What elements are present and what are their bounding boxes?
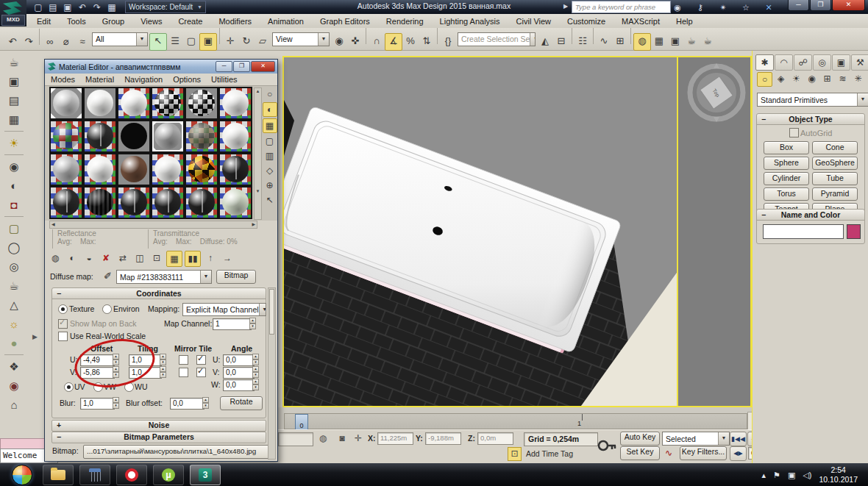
slots-vertical-scrollbar[interactable]: ▲▼ <box>254 87 262 220</box>
vw-radio[interactable] <box>93 382 103 392</box>
menu-views[interactable]: Views <box>140 17 162 26</box>
camera-icon[interactable]: ◉ <box>4 157 24 176</box>
material-sample-slot[interactable] <box>151 87 185 120</box>
redo-icon[interactable]: ↷ <box>21 34 37 50</box>
rotate-button[interactable]: Rotate <box>220 396 263 410</box>
new-file-icon[interactable]: ▢ <box>32 0 44 15</box>
material-sample-slot[interactable] <box>218 153 252 186</box>
undo-icon[interactable]: ↶ <box>4 34 21 50</box>
material-sample-slot[interactable] <box>83 153 117 186</box>
mapping-dropdown[interactable]: Explicit Map Channel ▼ <box>182 303 266 316</box>
slots-horizontal-scrollbar[interactable]: ◀▶ <box>49 221 257 229</box>
menu-animation[interactable]: Animation <box>268 17 304 26</box>
wu-radio[interactable] <box>124 382 134 392</box>
select-and-manipulate-icon[interactable]: ✜ <box>347 33 363 49</box>
cat-shapes-icon[interactable]: ◈ <box>774 72 788 85</box>
gate-helper-icon[interactable]: ⌂ <box>4 396 24 414</box>
tiling-u-spinner[interactable]: ▲▼ <box>160 354 166 365</box>
sphere-array-icon[interactable]: ❖ <box>4 357 24 376</box>
tiling-u-field[interactable]: 1,0 <box>129 354 162 366</box>
undo-icon[interactable]: ↶ <box>77 0 88 15</box>
close-button[interactable]: ✕ <box>251 61 275 72</box>
select-and-rotate-icon[interactable]: ↻ <box>238 33 255 49</box>
auto-key-button[interactable]: Auto Key <box>620 432 660 446</box>
offset-u-field[interactable]: -4,49 <box>80 354 115 366</box>
tile-u-checkbox[interactable] <box>196 355 206 365</box>
default-in-out-tangents-icon[interactable]: ∿ <box>662 446 675 460</box>
material-sample-slot[interactable] <box>117 153 151 186</box>
tab-display-icon[interactable]: ▣ <box>832 54 850 71</box>
sign-in-icon[interactable]: ◉ <box>669 0 686 15</box>
object-color-swatch[interactable] <box>847 224 861 239</box>
key-icon[interactable]: ⚷ <box>692 0 708 15</box>
atom-spheres-icon[interactable]: ◉ <box>4 376 24 395</box>
menu-graph-editors[interactable]: Graph Editors <box>320 17 370 26</box>
curve-editor-icon[interactable]: ∿ <box>596 33 612 49</box>
unlink-selection-icon[interactable]: ⌀ <box>58 34 74 50</box>
taskbar-3dsmax[interactable]: 3 <box>190 465 221 485</box>
align-icon[interactable]: ⊟ <box>553 33 569 49</box>
eyedropper-icon[interactable]: ✐ <box>104 271 112 282</box>
cat-lights-icon[interactable]: ☀ <box>789 72 803 85</box>
autogrid-checkbox[interactable] <box>789 128 799 137</box>
selection-lock-icon[interactable]: ◙ <box>335 432 349 445</box>
add-time-tag[interactable]: Add Time Tag <box>526 449 573 458</box>
tiling-v-field[interactable]: 1,0 <box>129 367 162 379</box>
set-key-button[interactable]: Set Key <box>620 446 660 460</box>
bitmap-parameters-rollout-header[interactable]: − Bitmap Parameters <box>51 432 266 443</box>
cat-cameras-icon[interactable]: ◉ <box>805 72 819 85</box>
rendered-frame-icon[interactable]: ▣ <box>4 72 24 90</box>
mirror-v-checkbox[interactable] <box>179 368 188 377</box>
material-sample-slot[interactable] <box>185 153 218 186</box>
primitive-category-dropdown[interactable]: Standard Primitives ▼ <box>757 93 868 107</box>
select-by-material-icon[interactable]: ↖ <box>263 193 277 207</box>
coordinates-header[interactable]: − Coordinates <box>52 288 266 299</box>
exchange-apps-icon[interactable]: ✕ <box>761 0 777 15</box>
angle-w-spinner[interactable]: ▲▼ <box>252 379 259 390</box>
selection-filter-dropdown[interactable]: All ▼ <box>92 32 148 46</box>
sample-uv-tiling-icon[interactable]: ▢ <box>263 135 277 148</box>
make-material-copy-icon[interactable]: ⇄ <box>115 251 130 265</box>
layer-manager-icon[interactable]: ☷ <box>574 33 591 49</box>
communication-center-icon[interactable]: ✴ <box>715 0 731 15</box>
key-filters-button[interactable]: Key Filters... <box>680 446 727 460</box>
menu-civil-view[interactable]: Civil View <box>516 17 551 26</box>
teapot-primitive-icon[interactable]: ☕ <box>4 276 24 295</box>
batch-render-icon[interactable]: ▦ <box>4 110 24 129</box>
cat-space-warps-icon[interactable]: ≋ <box>836 72 850 85</box>
reference-coordinate-dropdown[interactable]: View ▼ <box>272 32 330 46</box>
projector-icon[interactable]: ◐ <box>4 176 24 195</box>
material-sample-slot[interactable] <box>185 186 218 219</box>
material-sample-slot[interactable] <box>83 186 117 219</box>
sphere-button[interactable]: Sphere <box>764 157 809 170</box>
angle-w-field[interactable]: 0,0 <box>223 379 255 391</box>
select-and-move-icon[interactable]: ✛ <box>222 33 238 49</box>
maximize-button[interactable]: ❐ <box>233 61 250 72</box>
angle-u-field[interactable]: 0,0 <box>223 354 255 366</box>
viewport[interactable]: Top <box>282 56 752 407</box>
material-editor-options-icon[interactable]: ⊕ <box>263 179 277 192</box>
texture-radio[interactable] <box>58 304 68 314</box>
go-forward-to-sibling-icon[interactable]: → <box>220 251 235 265</box>
tab-hierarchy-icon[interactable]: ☍ <box>794 54 812 71</box>
select-by-name-icon[interactable]: ☰ <box>167 33 183 49</box>
menu-help[interactable]: Help <box>676 17 693 26</box>
box-button[interactable]: Box <box>764 141 809 154</box>
use-pivot-point-center-icon[interactable]: ◉ <box>331 33 347 49</box>
taskbar-opera[interactable] <box>116 465 147 485</box>
select-and-scale-icon[interactable]: ▱ <box>255 33 271 49</box>
angle-u-spinner[interactable]: ▲▼ <box>252 354 259 365</box>
set-keys-icon[interactable] <box>597 435 616 457</box>
blur-offset-field[interactable]: 0,0 <box>170 398 204 410</box>
put-material-to-scene-icon[interactable]: ◐ <box>65 251 79 265</box>
minimize-button[interactable]: ─ <box>788 0 809 11</box>
select-and-link-icon[interactable]: ∞ <box>42 34 58 50</box>
angle-v-spinner[interactable]: ▲▼ <box>252 366 259 378</box>
start-button[interactable] <box>12 465 32 485</box>
window-crossing-icon[interactable]: ▣ <box>199 33 217 51</box>
material-editor-icon[interactable]: ◍ <box>633 33 651 51</box>
menu-navigation[interactable]: Navigation <box>124 75 163 84</box>
tray-volume-icon[interactable]: ◁) <box>803 467 811 483</box>
reset-map-icon[interactable]: ✘ <box>99 251 113 265</box>
redo-icon[interactable]: ↷ <box>91 0 103 15</box>
